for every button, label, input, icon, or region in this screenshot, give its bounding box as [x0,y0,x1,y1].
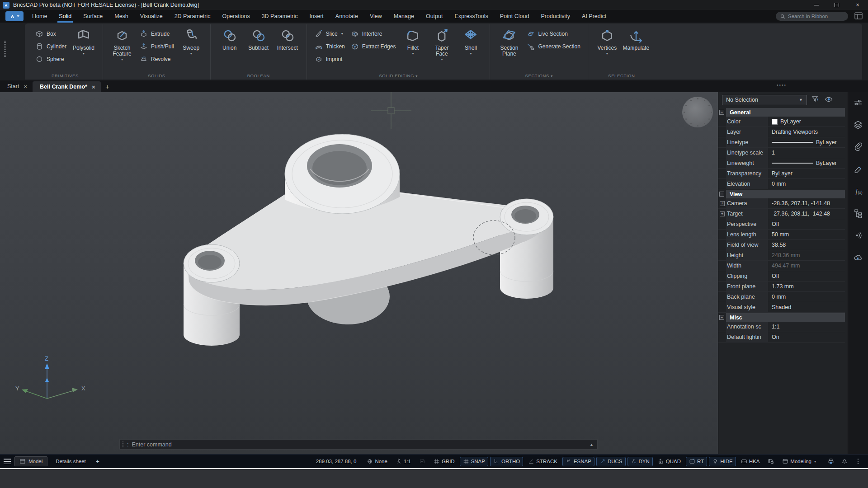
status-toggle-rt[interactable]: RT [686,457,707,466]
ribbon-grip[interactable] [4,41,6,57]
property-row-width[interactable]: Width494.47 mm [718,261,845,271]
application-button[interactable] [5,11,24,21]
ribbon-tab-mesh[interactable]: Mesh [108,10,134,23]
slice-button[interactable]: Slice▾ [311,28,348,40]
box-button[interactable]: Box [32,28,69,40]
ribbon-group-label[interactable]: SOLID EDITING ▾ [307,73,490,78]
bell-icon[interactable] [841,458,848,465]
ribbon-tab-view[interactable]: View [364,10,388,23]
status-toggle-hka[interactable]: CTRLHKA [738,457,763,466]
property-row-target[interactable]: +Target-27.36, 208.11, -142.48 [718,209,845,219]
printer-icon[interactable] [827,458,835,465]
dropdown-arrow-icon[interactable]: ▾ [441,57,443,61]
dropdown-arrow-icon[interactable]: ▾ [341,32,343,36]
intersect-button[interactable]: Intersect [273,26,302,51]
ribbon-group-label[interactable]: SECTIONS ▾ [490,73,587,78]
fx-icon[interactable]: ƒ(x) [853,186,863,196]
dropdown-arrow-icon[interactable]: ▾ [412,52,414,56]
ribbon-tab-manage[interactable]: Manage [388,10,420,23]
extrude-button[interactable]: Extrude [137,28,177,40]
section-plane-button[interactable]: Section Plane [495,26,524,57]
new-document-tab-button[interactable]: + [101,80,114,92]
ribbon-tab-output[interactable]: Output [420,10,449,23]
menu-hamburger-icon[interactable] [4,459,11,464]
properties-section-header-view[interactable]: −View [718,190,845,198]
property-row-lineweight[interactable]: LineweightByLayer [718,158,845,169]
status-toggle-ducs[interactable]: DUCS [596,457,626,466]
status-toggle-esnap[interactable]: ESNAP [562,457,594,466]
status-toggle-hide[interactable]: HIDE [709,457,736,466]
close-tab-icon[interactable]: × [92,84,95,90]
collapse-icon[interactable]: − [719,192,724,197]
status-toggle-ortho[interactable]: ORTHO [490,457,523,466]
status-toggle-modeling[interactable]: Modeling▾ [779,457,819,466]
status-toggle-1-1[interactable]: 1:1 [392,457,414,466]
properties-sliders-icon[interactable] [853,98,863,108]
ribbon-tab-point-cloud[interactable]: Point Cloud [494,10,535,23]
property-row-back-plane[interactable]: Back plane0 mm [718,292,845,302]
property-row-camera[interactable]: +Camera-28.36, 207.11, -141.48 [718,198,845,209]
property-row-elevation[interactable]: Elevation0 mm [718,179,845,189]
property-row-default-lightin[interactable]: Default lightinOn [718,332,845,343]
ribbon-tab-home[interactable]: Home [26,10,53,23]
interfere-button[interactable]: Interfere [348,28,399,40]
document-tab-bell-crank-demo-[interactable]: Bell Crank Demo*× [33,81,101,92]
ribbon-tab-ai-predict[interactable]: AI Predict [576,10,612,23]
document-tab-start[interactable]: Start× [0,80,33,92]
taper-face-button[interactable]: Taper Face▾ [427,26,456,61]
property-row-color[interactable]: ColorByLayer [718,117,845,127]
kebab-icon[interactable] [854,458,862,465]
fillet-button[interactable]: Fillet▾ [398,26,427,56]
close-tab-icon[interactable]: × [24,83,27,90]
property-row-transparency[interactable]: TransparencyByLayer [718,169,845,179]
dropdown-arrow-icon[interactable]: ▾ [190,52,192,56]
status-toggle-quad[interactable]: QUAD [655,457,684,466]
close-button[interactable]: × [847,0,868,10]
minimize-button[interactable] [806,0,826,10]
maximize-button[interactable] [826,0,847,10]
structure-icon[interactable] [853,208,863,218]
collapse-icon[interactable]: − [719,110,724,115]
cloud-icon[interactable] [853,253,863,263]
status-toggle-snap[interactable]: SNAP [460,457,488,466]
ribbon-tab-operations[interactable]: Operations [217,10,256,23]
property-row-annotation-sc[interactable]: Annotation sc1:1 [718,322,845,332]
color-swatch[interactable] [772,119,778,125]
visibility-eye-icon[interactable] [824,95,834,105]
status-toggle-none[interactable]: None [363,457,391,466]
union-button[interactable]: Union [215,26,244,51]
property-row-front-plane[interactable]: Front plane1.73 mm [718,282,845,292]
property-row-linetype[interactable]: LinetypeByLayer [718,137,845,148]
property-row-field-of-view[interactable]: Field of view38.58 [718,240,845,250]
property-row-clipping[interactable]: ClippingOff [718,271,845,282]
attachments-icon[interactable] [853,142,863,152]
property-row-lens-length[interactable]: Lens length50 mm [718,230,845,240]
collapse-icon[interactable]: − [719,315,724,320]
sweep-button[interactable]: Sweep▾ [177,26,206,56]
command-line[interactable]: : Enter command ▲ [119,439,598,450]
dropdown-arrow-icon[interactable]: ▾ [606,52,608,56]
extract-edges-button[interactable]: Extract Edges [348,40,399,52]
ribbon-tab-surface[interactable]: Surface [77,10,108,23]
lookfrom-widget[interactable] [682,97,713,127]
sphere-button[interactable]: Sphere [32,53,69,65]
status-toggle-strack[interactable]: STRACK [525,457,561,466]
status-toggle-dyn[interactable]: DYN [627,457,653,466]
ribbon-layout-icon[interactable] [854,12,863,20]
search-in-ribbon-input[interactable]: Search in Ribbon [776,12,848,21]
manipulate-button[interactable]: Manipulate [622,26,651,51]
layers-icon[interactable] [853,120,863,130]
property-row-linetype-scale[interactable]: Linetype scale1 [718,148,845,158]
property-row-height[interactable]: Height248.36 mm [718,250,845,261]
ribbon-tab-3d-parametric[interactable]: 3D Parametric [256,10,304,23]
add-layout-button[interactable]: + [94,458,101,465]
cylinder-button[interactable]: Cylinder [32,40,69,52]
layout-tab-model[interactable]: Model [14,456,47,466]
ribbon-tab-2d-parametric[interactable]: 2D Parametric [169,10,217,23]
thicken-button[interactable]: Thicken [311,40,348,52]
layout-tab-details-sheet[interactable]: Details sheet [51,457,90,465]
shell-button[interactable]: Shell▾ [456,26,485,56]
ribbon-tab-annotate[interactable]: Annotate [330,10,364,23]
ribbon-tab-insert[interactable]: Insert [304,10,330,23]
imprint-button[interactable]: Imprint [311,53,348,65]
